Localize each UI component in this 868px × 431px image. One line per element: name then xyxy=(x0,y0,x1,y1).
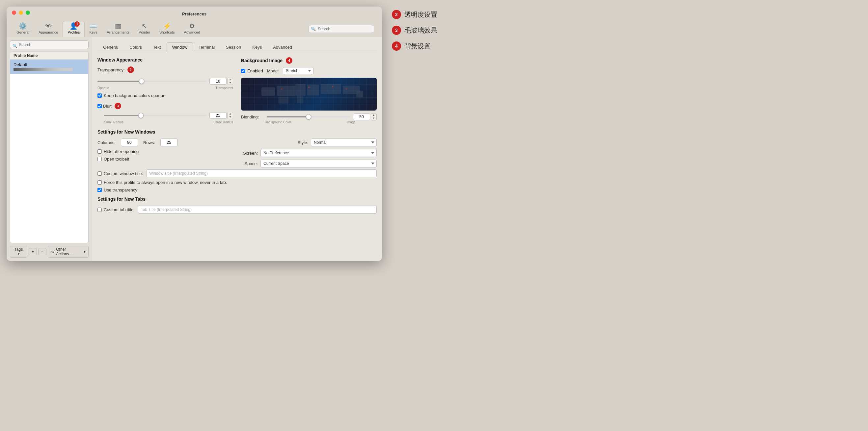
svg-rect-6 xyxy=(356,91,363,98)
blur-slider[interactable] xyxy=(104,115,207,116)
blur-increment[interactable]: ▲ xyxy=(227,112,233,115)
svg-rect-1 xyxy=(277,86,296,96)
search-input[interactable] xyxy=(308,25,374,33)
right-selects: Screen: No Preference Main Screen Screen… xyxy=(240,149,377,167)
advanced-icon: ⚙ xyxy=(189,23,195,29)
blending-slider[interactable] xyxy=(267,116,350,118)
use-transparency-row: Use transparency xyxy=(97,188,377,193)
transparency-decrement[interactable]: ▼ xyxy=(227,81,233,85)
transparency-value-input[interactable] xyxy=(210,78,226,85)
open-toolbelt-checkbox[interactable] xyxy=(97,157,102,161)
blending-value-input[interactable] xyxy=(353,113,370,120)
custom-tab-title-input[interactable] xyxy=(138,206,377,213)
tags-button[interactable]: Tags > xyxy=(10,246,27,258)
bg-enabled-checkbox[interactable] xyxy=(241,69,245,73)
profile-item-default[interactable]: Default xyxy=(10,60,88,74)
tab-colors[interactable]: Colors xyxy=(124,42,148,52)
tab-text[interactable]: Text xyxy=(148,42,166,52)
tab-session[interactable]: Session xyxy=(220,42,247,52)
transparency-slider[interactable] xyxy=(97,80,207,82)
close-button[interactable] xyxy=(12,10,16,15)
keys-icon: ⌨️ xyxy=(89,23,97,29)
custom-tab-title-checkbox[interactable] xyxy=(97,208,102,212)
force-new-window-checkbox[interactable] xyxy=(97,180,102,185)
world-map-svg xyxy=(241,78,377,110)
toolbar-item-profiles[interactable]: 👤 1 Profiles xyxy=(63,21,85,37)
profiles-badge: 1 xyxy=(74,22,80,27)
blending-decrement[interactable]: ▼ xyxy=(371,117,376,120)
background-image-section: Background Image 4 Enabled Mode: Stretch… xyxy=(241,57,377,124)
mode-select[interactable]: Stretch Tile Scale to Fill Scale to Fit xyxy=(283,67,313,74)
two-column-layout: Window Appearance Transparency: 2 xyxy=(97,57,377,124)
svg-rect-7 xyxy=(278,97,288,104)
profiles-label: Profiles xyxy=(67,30,80,34)
custom-window-title-input[interactable] xyxy=(146,169,377,177)
pointer-label: Pointer xyxy=(138,30,150,34)
annotation-text-3: 毛玻璃效果 xyxy=(404,26,437,35)
custom-window-title-checkbox[interactable] xyxy=(97,171,102,176)
tab-general[interactable]: General xyxy=(97,42,124,52)
keys-label: Keys xyxy=(89,30,97,34)
annotation-text-2: 透明度设置 xyxy=(404,10,437,19)
blur-annotation: 3 xyxy=(115,103,121,109)
toolbar-item-general[interactable]: ⚙️ General xyxy=(12,22,34,37)
toolbar-search-wrapper: 🔍 xyxy=(308,25,374,33)
transparency-annotation: 2 xyxy=(127,66,134,73)
transparency-increment[interactable]: ▲ xyxy=(227,78,233,81)
columns-rows-style-row: Columns: Rows: Style: Normal Full Screen… xyxy=(97,138,377,146)
tab-advanced[interactable]: Advanced xyxy=(268,42,298,52)
blur-value-input[interactable] xyxy=(210,112,226,119)
other-actions-button[interactable]: ☺ Other Actions... ▾ xyxy=(48,246,89,258)
blending-increment[interactable]: ▲ xyxy=(371,113,376,117)
blur-checkbox[interactable] xyxy=(97,104,102,108)
general-label: General xyxy=(17,30,29,34)
tab-window[interactable]: Window xyxy=(166,42,193,52)
rows-input[interactable] xyxy=(160,138,178,146)
sidebar-search-wrapper: 🔍 xyxy=(10,40,89,52)
tab-keys[interactable]: Keys xyxy=(247,42,268,52)
toolbar-item-pointer[interactable]: ↖ Pointer xyxy=(134,22,155,37)
emoji-icon: ☺ xyxy=(51,250,55,254)
blur-stepper: ▲ ▼ xyxy=(227,112,233,119)
maximize-button[interactable] xyxy=(26,10,30,15)
tab-bar: General Colors Text Window Terminal Sess… xyxy=(97,42,377,52)
space-row: Space: Current Space All Spaces xyxy=(240,160,377,167)
tab-terminal[interactable]: Terminal xyxy=(193,42,220,52)
toolbar-item-advanced[interactable]: ⚙ Advanced xyxy=(180,22,205,37)
keep-opaque-checkbox[interactable] xyxy=(97,93,102,98)
svg-point-10 xyxy=(308,87,310,88)
force-new-window-label: Force this profile to always open in a n… xyxy=(104,180,227,185)
blending-labels: Background Color Image xyxy=(241,121,377,124)
toolbar-item-appearance[interactable]: 👁 Appearance xyxy=(34,22,63,37)
remove-profile-button[interactable]: − xyxy=(38,248,46,255)
toolbar-item-keys[interactable]: ⌨️ Keys xyxy=(85,22,102,37)
screen-label: Screen: xyxy=(240,151,258,156)
hide-after-checkbox[interactable] xyxy=(97,150,102,154)
blur-max-label: Large Radius xyxy=(214,121,233,124)
use-transparency-checkbox[interactable] xyxy=(97,188,102,192)
sidebar-search-icon: 🔍 xyxy=(12,44,18,48)
left-checkboxes: Hide after opening Open toolbelt xyxy=(97,149,235,164)
bg-enabled-label: Enabled xyxy=(247,68,263,73)
blur-decrement[interactable]: ▼ xyxy=(227,115,233,119)
keep-opaque-label: Keep background colors opaque xyxy=(104,93,165,98)
window-title: Preferences xyxy=(12,11,377,16)
style-select[interactable]: Normal Full Screen Maximized Compact xyxy=(311,138,377,146)
toolbar-item-shortcuts[interactable]: ⚡ Shortcuts xyxy=(155,22,179,37)
screen-select[interactable]: No Preference Main Screen Screen with Cu… xyxy=(260,149,377,157)
add-profile-button[interactable]: + xyxy=(29,248,37,255)
toolbar: ⚙️ General 👁 Appearance 👤 1 Profiles ⌨️ … xyxy=(12,19,377,37)
sidebar-search-input[interactable] xyxy=(10,40,89,49)
toolbar-item-arrangements[interactable]: ▦ Arrangements xyxy=(102,22,134,37)
space-select[interactable]: Current Space All Spaces xyxy=(260,160,377,167)
window-appearance-section: Window Appearance Transparency: 2 xyxy=(97,57,233,124)
blur-section: Blur: 3 ▲ xyxy=(97,103,233,124)
columns-input[interactable] xyxy=(121,138,138,146)
minimize-button[interactable] xyxy=(19,10,23,15)
svg-rect-4 xyxy=(321,84,341,94)
title-bar: Preferences ⚙️ General 👁 Appearance 👤 1 … xyxy=(7,7,382,37)
transparency-slider-container: ▲ ▼ Opaque Transparent xyxy=(97,78,233,90)
hide-after-row: Hide after opening xyxy=(97,149,235,154)
blending-label: Blending: xyxy=(241,114,264,120)
window-appearance-title: Window Appearance xyxy=(97,57,233,63)
